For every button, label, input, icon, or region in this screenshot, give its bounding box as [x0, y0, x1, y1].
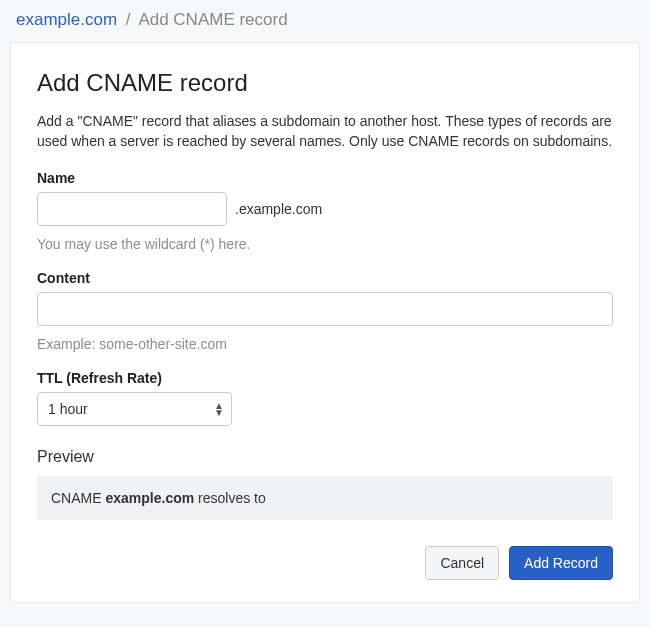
breadcrumb-separator: /	[126, 10, 131, 29]
name-label: Name	[37, 170, 613, 186]
name-hint: You may use the wildcard (*) here.	[37, 236, 613, 252]
page-title: Add CNAME record	[37, 69, 613, 97]
name-suffix: .example.com	[235, 201, 322, 217]
preview-prefix: CNAME	[51, 490, 105, 506]
add-record-button[interactable]: Add Record	[509, 546, 613, 580]
breadcrumb-current: Add CNAME record	[138, 10, 287, 29]
page-description: Add a "CNAME" record that aliases a subd…	[37, 111, 613, 152]
cancel-button[interactable]: Cancel	[425, 546, 499, 580]
button-row: Cancel Add Record	[37, 546, 613, 580]
content-hint: Example: some-other-site.com	[37, 336, 613, 352]
breadcrumb: example.com / Add CNAME record	[10, 10, 640, 42]
preview-domain: example.com	[105, 490, 194, 506]
preview-suffix: resolves to	[194, 490, 266, 506]
preview-heading: Preview	[37, 448, 613, 466]
breadcrumb-domain-link[interactable]: example.com	[16, 10, 117, 29]
ttl-group: TTL (Refresh Rate) 1 hour ▲▼	[37, 370, 613, 426]
name-group: Name .example.com You may use the wildca…	[37, 170, 613, 252]
ttl-select[interactable]: 1 hour	[37, 392, 232, 426]
form-panel: Add CNAME record Add a "CNAME" record th…	[10, 42, 640, 603]
content-group: Content Example: some-other-site.com	[37, 270, 613, 352]
name-input[interactable]	[37, 192, 227, 226]
preview-box: CNAME example.com resolves to	[37, 476, 613, 520]
ttl-label: TTL (Refresh Rate)	[37, 370, 613, 386]
content-label: Content	[37, 270, 613, 286]
content-input[interactable]	[37, 292, 613, 326]
